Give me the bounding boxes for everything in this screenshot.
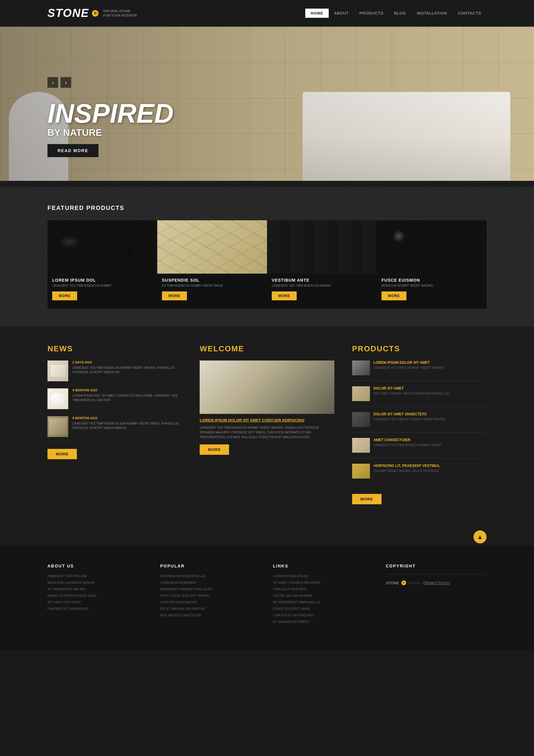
product-card-3: VESTIBUM ANTE LIRAESENT VES TIBM MOEACUN… (267, 220, 377, 309)
footer-link-1[interactable]: LOREM IPSUM DOLOR (273, 574, 374, 578)
nav-item-products[interactable]: PRODUCTS (354, 9, 389, 18)
logo-badge: ® (92, 10, 98, 16)
product-list-content-1: LOREM IPSUM DOLOR SIT AMET LIRAESENT VES… (374, 361, 444, 375)
footer-links-title: LINKS (273, 564, 374, 568)
footer-about-link-4[interactable]: HASELLIS PORTA FUSCE SUSC (47, 594, 148, 597)
product-btn-2[interactable]: MORE (162, 291, 187, 300)
footer-privacy-policy-link[interactable]: PRIVACY POLICY (423, 581, 450, 585)
footer-about-link-5[interactable]: INT YARU CDS NATIO (47, 600, 148, 604)
product-name-4: FUSCE EUISMON (381, 278, 482, 283)
product-btn-4[interactable]: MORE (381, 291, 407, 300)
stone-mosaic-texture (157, 220, 267, 274)
news-text-2: LOREM IPSUM DOL, SIT AMET CONSECTETUER A… (72, 393, 182, 402)
product-list-desc-3: LIRAESENT VES TIBM NO NOMMY HEERIT MGURS (374, 418, 446, 421)
nav-item-contacts[interactable]: CONTACTS (452, 9, 487, 18)
footer-popular-link-6[interactable]: DIS ET MAGNIS DIS PARTUR (160, 607, 261, 610)
product-list-name-5[interactable]: ADIPISCING LIT, PRAESENT VESTIBUL (374, 464, 440, 468)
footer-popular-link-4[interactable]: RITA, FUSCE SUSCIPIT VARIUS (160, 594, 261, 597)
product-list-name-1[interactable]: LOREM IPSUM DOLOR SIT AMET (374, 361, 444, 364)
product-info-2: SUSPENDIE SOL ES TIBM MOEACUN NOMMY HEER… (157, 274, 267, 309)
footer-bottom: STONE ® © 2013 • PRIVACY POLICY (386, 580, 487, 585)
product-list-thumb-4 (352, 438, 370, 453)
product-list-desc-4: LIRAESENT VES TIBM MOEACU NOMMY HEERIT (374, 443, 442, 447)
hero-prev-button[interactable]: ‹ (47, 77, 58, 88)
product-list-item-5: ADIPISCING LIT, PRAESENT VESTIBUL CUCMMY… (352, 464, 487, 484)
product-btn-1[interactable]: MORE (52, 291, 77, 300)
footer-link-5[interactable]: MY HENDRERIT MARIASELLIS (273, 600, 374, 604)
welcome-column: WELCOME LOREM IPSUM DOLOR SIT AMET CONTU… (200, 344, 334, 504)
scroll-top-button[interactable]: ▲ (473, 530, 487, 543)
product-card-4: FUSCE EUISMON MOEACUN NOMMY HEERIT MAURE… (377, 220, 487, 309)
products-more-button[interactable]: MORE (352, 494, 381, 504)
three-col-section: NEWS 2 DAYS AGO LIRAESENT VES TIBM MOEAC… (0, 326, 534, 528)
news-content-1: 2 DAYS AGO LIRAESENT VES TIBM MOEACUN NO… (72, 361, 182, 381)
logo-subtitle: NATURAL STONE FOR YOUR INTERIOR (103, 9, 137, 17)
hero-cta-button[interactable]: READ MORE (47, 144, 98, 157)
footer-popular-link-5[interactable]: CUM SOCIOSQUNATUR (160, 600, 261, 604)
footer-copyright-title: COPYRIGHT (386, 564, 487, 568)
news-thumbnail-2 (47, 389, 68, 409)
product-list-content-5: ADIPISCING LIT, PRAESENT VESTIBUL CUCMMY… (374, 464, 440, 478)
news-date-1: 2 DAYS AGO (72, 361, 182, 364)
product-list-item-2: DOLOR SIT AMET VES TIBM C NOMMY HEERIT M… (352, 386, 487, 407)
footer-popular-link-7[interactable]: IENT MONTES NASCETUR (160, 613, 261, 617)
footer-link-6[interactable]: FUSCE SUSCIPIT VARIU (273, 607, 374, 610)
footer-popular-link-3[interactable]: HENDRERIT MAURIS PHALUS PO (160, 587, 261, 591)
footer: ABOUT US PRAESENT VESTIBULUM MOLESTIE LA… (0, 546, 534, 650)
footer-popular-col: POPULAR VESTIBULUM MOLESTIE LAC LISAENEA… (160, 564, 261, 627)
product-list-thumb-5 (352, 464, 370, 478)
welcome-link[interactable]: LOREM IPSUM DOLOR SIT AMET CONTUER ADIPI… (200, 418, 334, 422)
nav-item-home[interactable]: HOME (305, 9, 329, 18)
product-list-content-4: AMET CONSECTUIER LIRAESENT VES TIBM MOEA… (374, 438, 442, 453)
product-list-name-2[interactable]: DOLOR SIT AMET (374, 386, 449, 391)
featured-products-section: FEATURED PRODUCTS LOREM IPSUM DOL LIRAES… (0, 187, 534, 326)
product-card-1: LOREM IPSUM DOL LIRAESENT VES TIBM MOEAC… (47, 220, 157, 309)
footer-link-7[interactable]: CUM SOCIS NATONQUATU (273, 613, 374, 617)
footer-popular-title: POPULAR (160, 564, 261, 568)
product-info-4: FUSCE EUISMON MOEACUN NOMMY HEERIT MAURE… (377, 274, 487, 309)
zigzag-separator (0, 181, 534, 187)
scroll-top-area: ▲ (0, 528, 534, 546)
news-date-2: 4 MONTHS AGO (72, 389, 182, 392)
product-list-name-3[interactable]: DOLOR SIT AMET ONSECTETU (374, 412, 446, 416)
hero-next-button[interactable]: › (61, 77, 71, 88)
news-column: NEWS 2 DAYS AGO LIRAESENT VES TIBM MOEAC… (47, 344, 182, 504)
product-list-name-4[interactable]: AMET CONSECTUIER (374, 438, 442, 442)
footer-link-3[interactable]: CING SLUT VESTIBUL (273, 587, 374, 591)
product-info-1: LOREM IPSUM DOL LIRAESENT VES TIBM MOEAC… (47, 274, 157, 309)
product-btn-3[interactable]: MORE (272, 291, 297, 300)
stone-beige-texture (377, 220, 487, 274)
news-thumbnail-1 (47, 361, 68, 381)
footer-about-link-1[interactable]: PRAESENT VESTIBULUM (47, 574, 148, 578)
news-text-1: LIRAESENT VES TIBM MOEACUN NOMMY HEERIT … (72, 365, 182, 374)
welcome-more-button[interactable]: MORE (200, 445, 229, 455)
news-thumbnail-3 (47, 416, 68, 437)
news-content-2: 4 MONTHS AGO LOREM IPSUM DOL, SIT AMET C… (72, 389, 182, 409)
news-title: NEWS (47, 344, 182, 353)
header: STONE ® NATURAL STONE FOR YOUR INTERIOR … (0, 0, 534, 27)
footer-about-link-3[interactable]: MY HENDRERIT MAURIS (47, 587, 148, 591)
footer-link-4[interactable]: LESTIE LACUAN NONUM (273, 594, 374, 597)
nav-item-blog[interactable]: BLOG (389, 9, 411, 18)
main-nav: HOME ABOUT PRODUCTS BLOG INSTALLATION CO… (305, 9, 487, 18)
product-image-1 (47, 220, 157, 274)
product-list-desc-5: CUCMMY HEERIT MAURIS, SELLIS PORTASCE (374, 469, 440, 473)
nav-item-about[interactable]: ABOUT (329, 9, 354, 18)
product-list-thumb-1 (352, 361, 370, 375)
footer-link-8[interactable]: ET MAGNIS DIS PARTU (273, 620, 374, 624)
product-image-4 (377, 220, 487, 274)
footer-link-2[interactable]: SIT AMET CONSETUIER ADIPS (273, 581, 374, 584)
footer-popular-link-2[interactable]: LISAENEAN NONUMMY (160, 581, 261, 584)
product-list-content-2: DOLOR SIT AMET VES TIBM C NOMMY HEERIT M… (374, 386, 449, 401)
footer-popular-link-1[interactable]: VESTIBULUM MOLESTIE LAC (160, 574, 261, 578)
footer-about-title: ABOUT US (47, 564, 148, 568)
product-list-item-1: LOREM IPSUM DOLOR SIT AMET LIRAESENT VES… (352, 361, 487, 381)
product-name-1: LOREM IPSUM DOL (52, 278, 153, 283)
footer-about-link-2[interactable]: MOLESTIE LACINEAN NONUM (47, 581, 148, 584)
news-more-button[interactable]: MORE (47, 449, 77, 459)
nav-item-installation[interactable]: INSTALLATION (411, 9, 453, 18)
footer-logo-text: STONE (386, 581, 399, 585)
footer-about-link-6[interactable]: ENATIBUS ET MAGNIS DIS (47, 607, 148, 610)
product-list-thumb-2 (352, 386, 370, 401)
product-desc-3: LIRAESENT VES TIBM MOEACUN NOMMY (272, 284, 372, 288)
